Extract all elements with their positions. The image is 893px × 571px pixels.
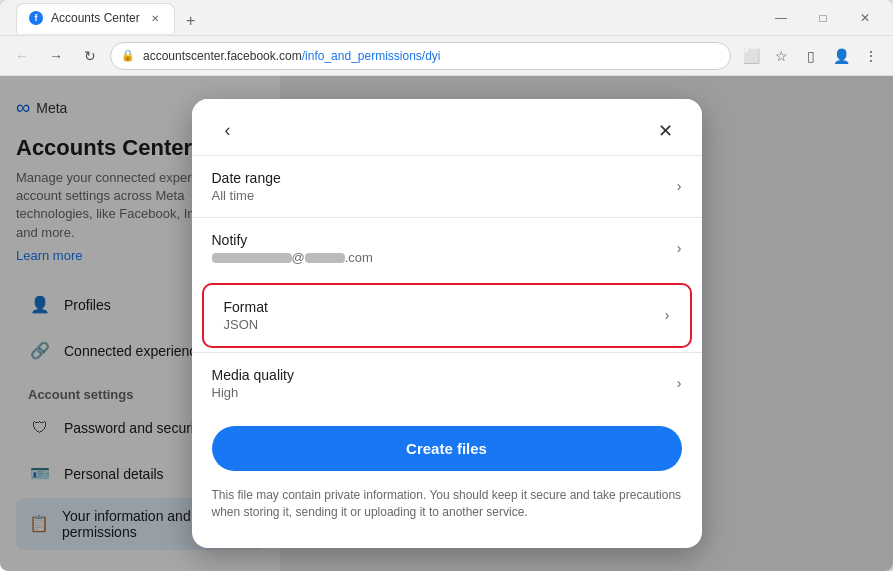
date-range-label: Date range <box>212 170 281 186</box>
media-quality-left: Media quality High <box>212 367 295 400</box>
url-text: accountscenter.facebook.com/info_and_per… <box>143 49 720 63</box>
forward-button[interactable]: → <box>42 42 70 70</box>
title-bar: f Accounts Center ✕ + — □ ✕ <box>0 0 893 36</box>
format-option[interactable]: Format JSON › <box>202 283 692 348</box>
email-redacted-end <box>305 253 345 263</box>
cast-icon[interactable]: ⬜ <box>737 42 765 70</box>
date-range-left: Date range All time <box>212 170 281 203</box>
media-quality-value: High <box>212 385 295 400</box>
date-range-option[interactable]: Date range All time › <box>192 155 702 217</box>
sidebar-toggle-icon[interactable]: ▯ <box>797 42 825 70</box>
new-tab-button[interactable]: + <box>179 9 203 33</box>
browser-window: f Accounts Center ✕ + — □ ✕ ← → ↻ 🔒 acco… <box>0 0 893 571</box>
format-left: Format JSON <box>224 299 268 332</box>
tab-title: Accounts Center <box>51 11 140 25</box>
page-content: ∞ Meta Accounts Center Manage your conne… <box>0 76 893 571</box>
notify-option[interactable]: Notify @.com › <box>192 217 702 279</box>
address-bar[interactable]: 🔒 accountscenter.facebook.com/info_and_p… <box>110 42 731 70</box>
format-option-inner[interactable]: Format JSON › <box>204 285 690 346</box>
profile-icon[interactable]: 👤 <box>827 42 855 70</box>
window-controls: — □ ✕ <box>761 0 885 36</box>
close-button[interactable]: ✕ <box>845 0 885 36</box>
maximize-button[interactable]: □ <box>803 0 843 36</box>
media-quality-arrow: › <box>677 375 682 391</box>
active-tab[interactable]: f Accounts Center ✕ <box>16 3 175 33</box>
notify-value: @.com <box>212 250 373 265</box>
date-range-value: All time <box>212 188 281 203</box>
notify-label: Notify <box>212 232 373 248</box>
create-files-button[interactable]: Create files <box>212 426 682 471</box>
modal-overlay: ‹ ✕ Date range All time › <box>0 76 893 571</box>
menu-icon[interactable]: ⋮ <box>857 42 885 70</box>
format-arrow: › <box>665 307 670 323</box>
format-value: JSON <box>224 317 268 332</box>
notify-left: Notify @.com <box>212 232 373 265</box>
back-button[interactable]: ← <box>8 42 36 70</box>
modal-close-button[interactable]: ✕ <box>650 115 682 147</box>
modal-back-button[interactable]: ‹ <box>212 115 244 147</box>
tab-bar: f Accounts Center ✕ + <box>8 3 755 33</box>
bookmark-icon[interactable]: ☆ <box>767 42 795 70</box>
modal-dialog: ‹ ✕ Date range All time › <box>192 99 702 549</box>
lock-icon: 🔒 <box>121 49 135 62</box>
notify-arrow: › <box>677 240 682 256</box>
date-range-arrow: › <box>677 178 682 194</box>
minimize-button[interactable]: — <box>761 0 801 36</box>
modal-body: Date range All time › Notify @.com <box>192 155 702 549</box>
tab-favicon: f <box>29 11 43 25</box>
refresh-button[interactable]: ↻ <box>76 42 104 70</box>
tab-close-button[interactable]: ✕ <box>148 11 162 25</box>
modal-header: ‹ ✕ <box>192 99 702 155</box>
browser-toolbar: ← → ↻ 🔒 accountscenter.facebook.com/info… <box>0 36 893 76</box>
media-quality-option[interactable]: Media quality High › <box>192 352 702 414</box>
media-quality-label: Media quality <box>212 367 295 383</box>
format-label: Format <box>224 299 268 315</box>
toolbar-actions: ⬜ ☆ ▯ 👤 ⋮ <box>737 42 885 70</box>
email-redacted-start <box>212 253 292 263</box>
modal-disclaimer: This file may contain private informatio… <box>192 479 702 529</box>
